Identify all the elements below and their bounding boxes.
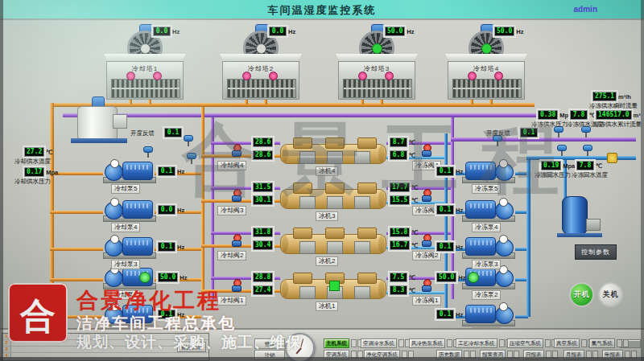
tower-valve-icon bbox=[126, 72, 135, 80]
nav-button[interactable]: 净化空调系统 bbox=[364, 350, 400, 359]
chiller-compressor-icon bbox=[357, 183, 377, 194]
nav-item: 净化空调系统 bbox=[364, 350, 414, 359]
chiller-compressor-icon bbox=[325, 228, 345, 239]
nav-item: 报警查询 bbox=[480, 350, 519, 359]
nav-button[interactable]: 年报表 bbox=[602, 350, 623, 359]
tower-valve-icon bbox=[468, 72, 477, 80]
cooling-tower[interactable]: 冷却塔1 bbox=[106, 31, 184, 100]
nav-button[interactable]: 工艺冷却水系统 bbox=[456, 338, 497, 348]
expansion-tank bbox=[557, 195, 602, 238]
cooling-pump[interactable] bbox=[103, 233, 155, 259]
led-unit: Hz bbox=[177, 207, 184, 214]
pipe bbox=[201, 107, 204, 135]
chiller[interactable] bbox=[280, 227, 386, 259]
cooling-pump[interactable] bbox=[103, 196, 155, 222]
chilled-valve-label: 冷冻阀2 bbox=[412, 251, 441, 260]
cooling-valve-icon[interactable] bbox=[232, 144, 242, 158]
pump-label: 冷冻泵5 bbox=[472, 184, 501, 194]
nav-button[interactable]: 真空系统 bbox=[554, 338, 580, 348]
cooling-tower[interactable]: 冷却塔3 bbox=[338, 31, 415, 100]
tower-label: 冷却塔2 bbox=[222, 64, 299, 73]
manual-valve-icon[interactable] bbox=[607, 153, 617, 163]
nav-button[interactable]: 空调冷水系统 bbox=[361, 338, 397, 348]
led-unit: ℃ bbox=[411, 184, 418, 191]
sensor-icon bbox=[143, 146, 153, 158]
led-value: 0.1 bbox=[436, 166, 454, 176]
chiller[interactable] bbox=[280, 137, 386, 169]
nav-item: 压缩空气系统 bbox=[507, 338, 557, 348]
led-unit: ℃ bbox=[411, 197, 418, 204]
cooling-pump[interactable] bbox=[103, 158, 155, 183]
chiller-chw-in-display: 16.7℃ bbox=[390, 240, 419, 250]
control-params-button[interactable]: 控制参数 bbox=[575, 244, 617, 260]
chilled-pump[interactable] bbox=[464, 196, 515, 222]
pump-motor-icon bbox=[122, 200, 153, 219]
stop-button[interactable]: 关机 bbox=[598, 282, 623, 307]
led-unit: Hz bbox=[177, 244, 184, 251]
chilled-valve-icon[interactable] bbox=[422, 279, 431, 293]
pump-label: 冷却泵3 bbox=[111, 260, 140, 269]
chilled-valve-icon[interactable] bbox=[422, 144, 431, 158]
start-button[interactable]: 开机 bbox=[569, 282, 594, 307]
chilled-valve-icon[interactable] bbox=[422, 234, 431, 248]
monitor-bezel-right bbox=[641, 0, 644, 361]
led-unit: Hz bbox=[516, 28, 523, 35]
chiller-compressor-icon bbox=[357, 137, 377, 149]
chiller-panel-icon bbox=[354, 286, 370, 299]
nav-button[interactable]: 日报表 bbox=[523, 350, 544, 359]
chiller-panel-icon bbox=[299, 151, 316, 164]
cooling-valve-icon[interactable] bbox=[232, 234, 242, 248]
chiller-chw-out-display: 17.7℃ bbox=[390, 183, 419, 192]
chiller-compressor-icon bbox=[357, 273, 377, 284]
tower-louvers bbox=[111, 79, 180, 98]
nav-button[interactable]: 报警查询 bbox=[480, 350, 506, 359]
metric-label: 冷冻回水温度 bbox=[572, 171, 608, 179]
pump-motor-icon bbox=[122, 237, 153, 256]
pump-gauge-icon bbox=[499, 198, 508, 207]
led-unit: Hz bbox=[458, 274, 465, 281]
metric-display: 7.8℃ bbox=[570, 110, 596, 120]
led-value: 0.17 bbox=[24, 167, 44, 177]
led-value: 0.1 bbox=[436, 242, 454, 252]
chiller[interactable] bbox=[280, 182, 386, 214]
nav-indicator-pair bbox=[625, 351, 637, 359]
pipe bbox=[526, 156, 636, 160]
sensor-icon bbox=[557, 145, 567, 156]
pipe bbox=[50, 248, 103, 251]
nav-button[interactable]: 风冷热泵系统 bbox=[409, 338, 445, 348]
pump-speed-display: 0.0Hz bbox=[158, 205, 184, 215]
chiller-label: 冰机3 bbox=[316, 211, 338, 221]
tower-louvers bbox=[452, 79, 522, 98]
chilled-pump[interactable] bbox=[464, 301, 515, 326]
chiller-chw-out-display: 8.7℃ bbox=[390, 137, 415, 147]
pump-label: 冷却泵5 bbox=[111, 184, 140, 194]
chiller-compressor-icon bbox=[357, 228, 377, 239]
led-unit: Hz bbox=[288, 28, 295, 35]
led-unit: Hz bbox=[407, 28, 414, 35]
tower-speed-display: 50.0Hz bbox=[385, 27, 414, 36]
tank-panel-icon bbox=[113, 114, 127, 129]
cooling-tower[interactable]: 冷却塔4 bbox=[448, 31, 525, 100]
pump-motor-icon bbox=[122, 162, 153, 180]
chilled-valve-label: 冷冻阀1 bbox=[412, 296, 441, 306]
company-name: 合景净化工程 bbox=[76, 286, 221, 315]
chiller-panel-icon bbox=[299, 196, 316, 209]
chilled-pump[interactable] bbox=[464, 158, 515, 183]
nav-button[interactable]: 月报表 bbox=[564, 350, 584, 359]
logged-in-user: admin bbox=[574, 5, 597, 14]
led-unit: Mpa bbox=[46, 169, 58, 176]
tank-base bbox=[71, 138, 127, 143]
cooling-valve-icon[interactable] bbox=[232, 189, 242, 203]
pump-motor-icon bbox=[465, 305, 496, 323]
nav-button[interactable]: 压缩空气系统 bbox=[507, 338, 543, 348]
cooling-valve-label: 冷却阀2 bbox=[217, 251, 246, 260]
nav-button[interactable]: 历史数据 bbox=[436, 350, 462, 359]
tower-valve-icon bbox=[242, 72, 251, 80]
led-value: 31.8 bbox=[253, 228, 273, 237]
chilled-pump[interactable] bbox=[464, 233, 515, 259]
tower-valve-icon bbox=[385, 72, 394, 80]
expansion-tank-body bbox=[562, 196, 588, 235]
chilled-valve-icon[interactable] bbox=[422, 189, 431, 203]
cooling-tower[interactable]: 冷却塔2 bbox=[222, 31, 299, 100]
nav-button[interactable]: 氮气系统 bbox=[589, 338, 615, 348]
